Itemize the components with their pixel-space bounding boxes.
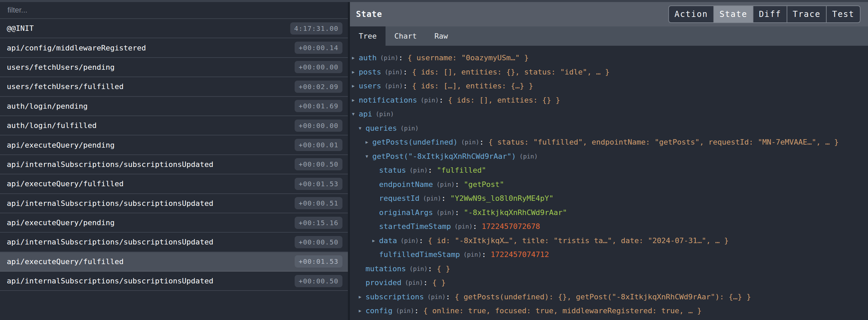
tree-value-preview: { username: "0oazymyUSm…" } [408,54,529,62]
subtab-chart[interactable]: Chart [386,26,426,46]
tree-key[interactable]: posts [359,68,381,76]
action-list-item[interactable]: api/executeQuery/fulfilled+00:01.53 [0,174,348,194]
pin-button[interactable]: (pin) [409,265,428,272]
key-colon: : [403,82,412,90]
redux-devtools-window: @@INIT4:17:31.00api/config/middlewareReg… [0,0,868,320]
tree-key[interactable]: provided [366,278,401,287]
tree-key[interactable]: api [359,110,372,118]
expand-arrow-icon[interactable]: ▶ [359,308,366,313]
tree-key[interactable]: subscriptions [366,293,424,301]
collapse-arrow-icon[interactable]: ▼ [352,111,359,116]
pin-button[interactable]: (pin) [400,237,419,244]
tab-diff[interactable]: Diff [753,6,787,22]
action-list-item[interactable]: api/config/middlewareRegistered+00:00.14 [0,38,348,58]
tree-key[interactable]: fulfilledTimeStamp [379,250,460,259]
collapse-arrow-icon[interactable]: ▼ [359,126,366,131]
pin-button[interactable]: (pin) [420,97,439,104]
pin-button[interactable]: (pin) [400,125,419,132]
subtab-tree[interactable]: Tree [350,26,386,46]
action-list-item[interactable]: @@INIT4:17:31.00 [0,19,348,38]
tree-node: ▼queries(pin) [352,121,868,135]
tab-state[interactable]: State [713,6,753,22]
tree-node: ▶notifications(pin): { ids: [], entities… [352,93,868,107]
action-list-item[interactable]: auth/login/fulfilled+00:00.00 [0,116,348,135]
expand-arrow-icon[interactable]: ▶ [372,238,379,243]
tab-trace[interactable]: Trace [787,6,826,22]
pin-button[interactable]: (pin) [454,223,473,230]
tree-node: ▼api(pin) [352,107,868,121]
tree-key[interactable]: data [379,236,397,245]
action-list-item[interactable]: api/internalSubscriptions/subscriptionsU… [0,194,348,213]
pin-button[interactable]: (pin) [384,68,403,76]
action-list-item[interactable]: api/internalSubscriptions/subscriptionsU… [0,233,348,252]
tree-value-preview: { } [432,278,446,287]
pin-button[interactable]: (pin) [519,153,538,160]
tree-key[interactable]: mutations [366,264,406,273]
key-colon: : [428,264,437,273]
tree-node: ▶getPosts(undefined)(pin): { status: "fu… [352,135,868,149]
action-name: users/fetchUsers/pending [7,63,115,71]
pin-button[interactable]: (pin) [384,82,403,89]
action-timestamp: +00:01.53 [295,255,342,268]
filter-input[interactable] [7,5,341,15]
pin-button[interactable]: (pin) [461,138,479,146]
pin-button[interactable]: (pin) [405,279,423,286]
action-list-item[interactable]: api/executeQuery/pending+00:15.16 [0,213,348,233]
action-list-item[interactable]: users/fetchUsers/pending+00:00.00 [0,58,348,77]
action-name: api/internalSubscriptions/subscriptionsU… [7,238,213,246]
key-colon: : [455,180,464,189]
pin-button[interactable]: (pin) [436,181,455,188]
expand-arrow-icon[interactable]: ▶ [352,98,359,103]
collapse-arrow-icon[interactable]: ▼ [366,154,372,159]
action-timestamp: +00:00.14 [295,42,342,54]
pin-button[interactable]: (pin) [396,307,414,314]
pin-button[interactable]: (pin) [423,195,441,202]
key-colon: : [398,54,408,62]
key-colon: : [482,250,491,259]
pin-button[interactable]: (pin) [463,251,481,258]
tree-value-string: "Y2WwN9s_lo8l0nRyME4pY" [450,194,554,202]
tab-action[interactable]: Action [669,6,713,22]
inspector-subtab-bar: TreeChartRaw [350,26,868,46]
tree-node: requestId(pin): "Y2WwN9s_lo8l0nRyME4pY" [352,191,868,206]
action-timestamp: +00:15.16 [295,217,342,229]
tree-value-number: 1722457072678 [482,222,540,231]
action-timestamp: +00:00.00 [295,61,342,73]
tree-node: status(pin): "fulfilled" [352,163,868,177]
tree-node: ▶subscriptions(pin): { getPosts(undefine… [352,290,868,304]
action-list-item[interactable]: api/executeQuery/pending+00:00.01 [0,135,348,155]
tree-key[interactable]: notifications [359,96,417,104]
tree-key[interactable]: status [379,166,406,174]
tree-key[interactable]: users [359,82,381,90]
pin-button[interactable]: (pin) [436,209,455,216]
tree-key[interactable]: queries [366,124,397,132]
action-list-item[interactable]: auth/login/pending+00:01.69 [0,97,348,116]
tree-key[interactable]: auth [359,54,377,62]
subtab-raw[interactable]: Raw [426,26,457,46]
inspector-header: State ActionStateDiffTraceTest [350,2,868,26]
tab-test[interactable]: Test [826,6,860,22]
tree-key[interactable]: originalArgs [379,208,433,217]
tree-value-preview: { } [437,264,450,273]
expand-arrow-icon[interactable]: ▶ [352,55,359,60]
expand-arrow-icon[interactable]: ▶ [359,294,366,299]
expand-arrow-icon[interactable]: ▶ [352,69,359,74]
expand-arrow-icon[interactable]: ▶ [366,140,372,145]
tree-key[interactable]: getPosts(undefined) [372,138,458,146]
tree-key[interactable]: requestId [379,194,419,202]
action-name: api/executeQuery/pending [7,141,115,149]
key-colon: : [479,138,489,146]
pin-button[interactable]: (pin) [409,167,428,174]
expand-arrow-icon[interactable]: ▶ [352,83,359,88]
action-list-item[interactable]: api/executeQuery/fulfilled+00:01.53 [0,252,348,272]
tree-key[interactable]: startedTimeStamp [379,222,451,231]
tree-key[interactable]: endpointName [379,180,433,189]
pin-button[interactable]: (pin) [427,293,446,300]
tree-key[interactable]: getPost("-8xItkjkqXnRhCWd9rAar") [372,152,516,161]
tree-key[interactable]: config [366,306,392,315]
pin-button[interactable]: (pin) [380,54,398,61]
action-list-item[interactable]: api/internalSubscriptions/subscriptionsU… [0,155,348,174]
pin-button[interactable]: (pin) [376,110,394,118]
action-list-item[interactable]: users/fetchUsers/fulfilled+00:02.09 [0,77,348,97]
action-list-item[interactable]: api/internalSubscriptions/subscriptionsU… [0,272,348,291]
